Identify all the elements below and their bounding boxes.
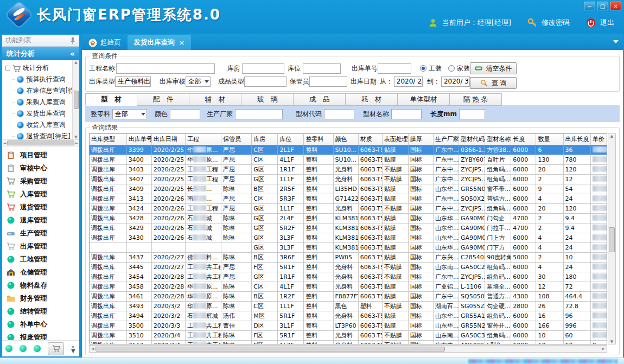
- column-header[interactable]: 膜厚: [408, 134, 433, 145]
- table-row[interactable]: 调拨出库34372020/2/27佛料...陈琳B区3R6F整料PW056063…: [90, 252, 607, 262]
- logout-link[interactable]: 退出: [600, 18, 614, 28]
- table-row[interactable]: 调拨出库35122020/3/4工共工程陈琳F区1L2F整料光身料6063-T5…: [90, 340, 607, 344]
- sidebar-item-11[interactable]: 财务管理: [7, 292, 79, 305]
- table-row[interactable]: 调拨出库33992020/2/25华原...严思C区2L1F整料SU10...6…: [90, 145, 607, 155]
- column-header[interactable]: 出库类型: [90, 134, 126, 145]
- scroll-down-icon[interactable]: ▼: [610, 340, 613, 344]
- table-row[interactable]: 调拨出库34002020/2/25华原...严思C区4L1F整料SU10...6…: [90, 155, 607, 164]
- length-input[interactable]: [459, 109, 485, 119]
- tab-1[interactable]: 发货出库查询×: [128, 35, 192, 50]
- clear-conditions-button[interactable]: 清空条件: [470, 62, 517, 74]
- date-from-picker[interactable]: 2020/ 2/16: [394, 76, 423, 87]
- scroll-down-icon[interactable]: ▼: [74, 135, 77, 139]
- sidebar-item-5[interactable]: 退库管理: [7, 214, 79, 227]
- table-row[interactable]: 调拨出库35002020/3/3工共工程曹佳D区3L1F整料LT3P606063…: [90, 321, 607, 330]
- table-row[interactable]: 调拨出库34302020/2/26石城陈琳G区3L3F整料KLM38176063…: [90, 233, 607, 242]
- warehouse-input[interactable]: [242, 63, 284, 74]
- column-header[interactable]: 长度: [511, 134, 536, 145]
- maximize-button[interactable]: □: [597, 2, 608, 10]
- column-header[interactable]: 单价: [590, 134, 607, 145]
- scrollbar-thumb[interactable]: [7, 141, 74, 145]
- column-header[interactable]: 表面处理: [382, 134, 408, 145]
- sidebar-item-12[interactable]: 结转管理: [7, 305, 79, 318]
- column-header[interactable]: 型材名称: [485, 134, 511, 145]
- tree-item-1[interactable]: ┈在途信息查询[待: [5, 85, 72, 97]
- sidebar-item-14[interactable]: 报废管理: [7, 331, 79, 340]
- tree-item-0[interactable]: ┈预算执行查询: [5, 74, 72, 85]
- minimize-button[interactable]: ─: [584, 2, 595, 10]
- column-header[interactable]: 生产厂家: [433, 134, 459, 145]
- table-row[interactable]: 调拨出库34292020/2/26石城陈琳G区5R2F整料KLM38176063…: [90, 223, 607, 233]
- scroll-up-icon[interactable]: ▲: [74, 60, 77, 65]
- table-row[interactable]: 调拨出库34932020/3/2华原...陈琳C区1L1F整料黑色塑料不贴膜国标…: [90, 301, 607, 311]
- subtab-3[interactable]: 玻 璃: [241, 93, 294, 106]
- factory-input[interactable]: [235, 109, 283, 119]
- column-header[interactable]: 整零料: [304, 134, 333, 145]
- table-row[interactable]: 调拨出库34612020/2/28华原...陈琳B区1R2F整料F8877FT6…: [90, 291, 607, 301]
- keeper-input[interactable]: [309, 76, 347, 87]
- circle-icon[interactable]: [20, 345, 27, 352]
- subtab-4[interactable]: 成 品: [294, 93, 346, 106]
- table-row[interactable]: 调拨出库34092020/2/25长...陈琳B区2R5F整料LI35HD606…: [90, 184, 607, 194]
- sidebar-item-7[interactable]: 出库管理: [7, 240, 79, 253]
- sidebar-item-4[interactable]: 退货管理: [7, 201, 79, 214]
- subtab-6[interactable]: 单体型材: [398, 93, 450, 106]
- sidebar-item-2[interactable]: 采购管理: [7, 175, 79, 188]
- tab-close-icon[interactable]: ×: [179, 39, 185, 47]
- tab-0[interactable]: 起始页: [82, 35, 128, 50]
- out-type-select[interactable]: 生产领料出库: [115, 76, 151, 87]
- sidebar-item-1[interactable]: 审核中心: [7, 162, 79, 175]
- product-type-input[interactable]: [244, 76, 286, 87]
- scroll-right-icon[interactable]: ►: [75, 141, 78, 145]
- whole-piece-select[interactable]: 全部: [112, 109, 147, 119]
- tree-item-3[interactable]: ┈发货出库查询: [5, 108, 72, 119]
- radio-home[interactable]: [448, 65, 455, 72]
- subtab-2[interactable]: 辅 材: [189, 93, 241, 106]
- column-header[interactable]: 出库长度: [563, 134, 590, 145]
- audit-select[interactable]: 全部: [186, 76, 211, 87]
- table-row[interactable]: 调拨出库34582020/2/28华原...陈琳C区4L1F整料光身料6063-…: [90, 282, 607, 291]
- subtab-7[interactable]: 隔 热 条: [450, 93, 502, 106]
- sidebar-section-header[interactable]: 统计分析 «: [2, 47, 79, 60]
- circle-icon[interactable]: [34, 345, 41, 352]
- tree-item-4[interactable]: ┈收货入库查询: [5, 119, 72, 131]
- column-header[interactable]: 库房: [252, 134, 278, 145]
- scrollbar-thumb[interactable]: [609, 227, 615, 252]
- cart-button[interactable]: [48, 342, 64, 355]
- table-row[interactable]: 调拨出库34132020/2/26南...严思C区5R3F整料G71422606…: [90, 194, 607, 203]
- sidebar-item-10[interactable]: 物料盘存: [7, 279, 79, 292]
- circle-icon[interactable]: [5, 345, 12, 352]
- table-row[interactable]: 调拨出库34072020/2/25工工程严思G区1L1F整料光身料6063-T5…: [90, 174, 607, 184]
- profile-code-input[interactable]: [324, 109, 354, 119]
- tree-vertical-scrollbar[interactable]: ▲ ▼: [72, 60, 79, 139]
- color-input[interactable]: [170, 109, 200, 119]
- column-header[interactable]: 颜色: [333, 134, 358, 145]
- column-header[interactable]: 数量: [536, 134, 563, 145]
- table-row[interactable]: 调拨出库34032020/2/25工工程严思G区1R1F整料光身料6063-T5…: [90, 164, 607, 174]
- subtab-0[interactable]: 型 材: [85, 93, 137, 106]
- chevron-more-icon[interactable]: »▼: [71, 345, 75, 353]
- search-button[interactable]: 查 询: [470, 77, 517, 89]
- grid-vertical-scrollbar[interactable]: ▲ ▼: [608, 133, 616, 344]
- tree-expander-icon[interactable]: -: [5, 66, 10, 71]
- scroll-left-icon[interactable]: ◄: [91, 347, 94, 351]
- sidebar-item-6[interactable]: 生产管理: [7, 227, 79, 240]
- sidebar-item-9[interactable]: 仓储管理: [7, 266, 79, 279]
- column-header[interactable]: 工程: [185, 134, 221, 145]
- subtab-1[interactable]: 配 件: [137, 93, 189, 106]
- sidebar-item-13[interactable]: 补单中心: [7, 318, 79, 331]
- project-name-input[interactable]: [116, 63, 215, 74]
- close-button[interactable]: ×: [610, 2, 621, 10]
- column-header[interactable]: 出库单号: [126, 134, 151, 145]
- scrollbar-thumb[interactable]: [95, 347, 445, 352]
- change-password-link[interactable]: 修改密码: [542, 18, 570, 28]
- column-header[interactable]: 库位: [278, 134, 304, 145]
- tree-horizontal-scrollbar[interactable]: ◄ ►: [2, 139, 79, 146]
- collapse-icon[interactable]: «: [70, 49, 75, 58]
- table-row[interactable]: G区3L3F整料KLM38176063-T5贴膜国标山东华...GA90M09.…: [90, 242, 607, 252]
- tab-list-dropdown-icon[interactable]: [613, 40, 619, 43]
- table-row[interactable]: 调拨出库34542020/2/28工共工程严思G区1R1F整料光身料6063-T…: [90, 272, 607, 282]
- tree-root-statistics[interactable]: -统计分析: [5, 62, 72, 74]
- subtab-5[interactable]: 耗 材: [346, 93, 398, 106]
- scrollbar-thumb[interactable]: [74, 91, 79, 109]
